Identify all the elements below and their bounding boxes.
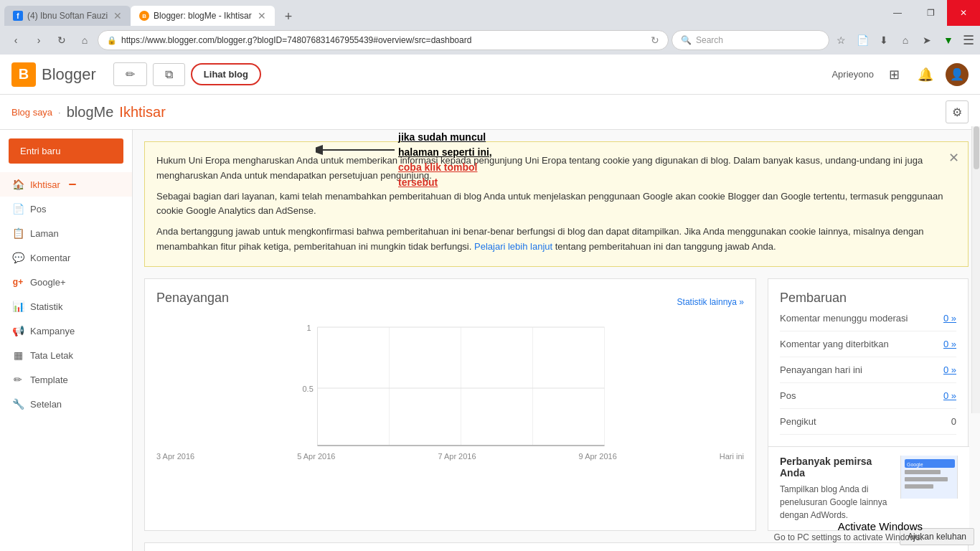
download-icon[interactable]: ⬇ <box>875 32 892 49</box>
search-box[interactable]: 🔍 Search <box>672 30 829 50</box>
penayangan-title: Penayangan <box>156 291 229 306</box>
tab-close-facebook[interactable]: ✕ <box>113 10 122 22</box>
tab-label-facebook: (4) Ibnu Softan Fauzi <box>27 11 108 21</box>
penayangan-box: Penayangan Statistik lainnya » 1 0.5 <box>144 278 756 531</box>
pembaruan-val-2[interactable]: 0 » <box>943 364 956 375</box>
tab-facebook[interactable]: f (4) Ibnu Softan Fauzi ✕ <box>4 6 131 26</box>
settings-gear-button[interactable]: ⚙ <box>946 100 969 123</box>
svg-rect-14 <box>905 470 941 474</box>
cookie-notice: ✕ Hukum Uni Eropa mengharuskan Anda untu… <box>144 141 969 267</box>
cookie-notice-close[interactable]: ✕ <box>948 148 959 169</box>
sidebar-label-googleplus: Google+ <box>30 277 66 288</box>
chart-label-1: 5 Apr 2016 <box>297 452 335 461</box>
content-area: ✕ Hukum Uni Eropa mengharuskan Anda untu… <box>133 130 980 551</box>
tab-close-blogger[interactable]: ✕ <box>258 10 266 22</box>
setelan-icon: 🔧 <box>11 397 24 410</box>
user-name: Aprieyono <box>831 69 874 80</box>
sidebar-item-pos[interactable]: 📄 Pos <box>0 197 132 221</box>
notifications-icon[interactable]: 🔔 <box>914 63 937 86</box>
svg-rect-15 <box>905 477 948 481</box>
tab-blogger[interactable]: B Blogger: blogMe - Ikhtisar ✕ <box>131 6 275 26</box>
news-section: Berita dari Blogger Lainnya » Best pract… <box>144 542 969 551</box>
scrollbar[interactable] <box>971 130 980 413</box>
pembaruan-val-0[interactable]: 0 » <box>943 313 956 324</box>
topbar-actions: ✏ ⧉ Lihat blog <box>113 62 261 86</box>
adwords-title: Perbanyak pemirsa Anda <box>780 456 892 479</box>
statistik-lainnya-link[interactable]: Statistik lainnya » <box>677 297 744 307</box>
sidebar-item-ikhtisar[interactable]: 🏠 Ikhtisar <box>0 172 132 197</box>
blogger-topbar: B Blogger ✏ ⧉ Lihat blog jika sudah munc… <box>0 55 980 95</box>
adwords-text: Perbanyak pemirsa Anda Tampilkan blog An… <box>780 456 892 522</box>
back-button[interactable]: ‹ <box>6 30 26 50</box>
cookie-para3-after: tentang pemberitahuan ini dan tanggung j… <box>555 241 776 252</box>
copy-button[interactable]: ⧉ <box>153 63 185 86</box>
cookie-learn-more-link[interactable]: Pelajari lebih lanjut <box>474 241 552 252</box>
tab-label-blogger: Blogger: blogMe - Ikhtisar <box>154 11 252 21</box>
browser-menu-button[interactable]: ☰ <box>963 32 974 48</box>
home-button[interactable]: ⌂ <box>75 30 95 50</box>
pembaruan-label-0: Komentar menunggu moderasi <box>780 313 908 324</box>
template-icon: ✏ <box>11 373 24 386</box>
sidebar-item-komentar[interactable]: 💬 Komentar <box>0 245 132 270</box>
komentar-icon: 💬 <box>11 251 24 264</box>
fb-favicon: f <box>13 11 23 21</box>
sidebar-item-kampanye[interactable]: 📢 Kampanye <box>0 319 132 343</box>
url-text: https://www.blogger.com/blogger.g?blogID… <box>121 35 646 45</box>
close-window-button[interactable]: ✕ <box>947 0 980 26</box>
blogger-logo-icon: B <box>11 62 36 87</box>
pembaruan-val-1[interactable]: 0 » <box>943 339 956 349</box>
browser-toolbar: ☆ 📄 ⬇ ⌂ ➤ ▼ ☰ <box>832 32 974 49</box>
chart-area: 1 0.5 <box>156 320 744 449</box>
main-layout: Entri baru 🏠 Ikhtisar 📄 Pos 📋 Laman 💬 Ko… <box>0 130 980 551</box>
kampanye-icon: 📢 <box>11 324 24 337</box>
adblock-icon[interactable]: ▼ <box>940 32 957 49</box>
maximize-button[interactable]: ❐ <box>914 0 947 26</box>
chart-labels: 3 Apr 2016 5 Apr 2016 7 Apr 2016 9 Apr 2… <box>156 452 744 461</box>
reader-icon[interactable]: 📄 <box>854 32 871 49</box>
forward-button[interactable]: › <box>29 30 49 50</box>
topbar-right: Aprieyono ⊞ 🔔 👤 <box>831 63 969 86</box>
url-reload-icon: ↻ <box>651 34 659 46</box>
adwords-box: Perbanyak pemirsa Anda Tampilkan blog An… <box>768 446 969 530</box>
page-content: B Blogger ✏ ⧉ Lihat blog jika sudah munc… <box>0 55 980 551</box>
pembaruan-val-3[interactable]: 0 » <box>943 390 956 401</box>
apps-icon[interactable]: ⊞ <box>882 63 905 86</box>
svg-rect-16 <box>905 484 933 489</box>
new-post-button[interactable]: Entri baru <box>9 138 123 164</box>
address-bar: ‹ › ↻ ⌂ 🔒 https://www.blogger.com/blogge… <box>0 26 980 55</box>
star-icon[interactable]: ☆ <box>832 32 849 49</box>
reload-button[interactable]: ↻ <box>52 30 72 50</box>
new-tab-button[interactable]: + <box>281 8 297 26</box>
minimize-button[interactable]: — <box>881 0 914 26</box>
url-input[interactable]: 🔒 https://www.blogger.com/blogger.g?blog… <box>98 30 669 50</box>
pembaruan-row-1: Komentar yang diterbitkan 0 » <box>780 331 956 357</box>
pembaruan-label-1: Komentar yang diterbitkan <box>780 339 889 349</box>
arrow-icon[interactable]: ➤ <box>918 32 936 49</box>
sidebar-item-statistik[interactable]: 📊 Statistik <box>0 294 132 319</box>
sidebar-item-setelan[interactable]: 🔧 Setelan <box>0 392 132 416</box>
sidebar-item-laman[interactable]: 📋 Laman <box>0 221 132 245</box>
lihat-blog-button[interactable]: Lihat blog <box>191 63 261 85</box>
blog-saya-link[interactable]: Blog saya <box>11 107 52 118</box>
chart-label-2: 7 Apr 2016 <box>438 452 476 461</box>
chart-label-4: Hari ini <box>720 452 744 461</box>
adwords-thumbnail: Google <box>901 456 957 499</box>
blog-header: Blog saya · blogMe Ikhtisar ⚙ <box>0 95 980 130</box>
user-avatar[interactable]: 👤 <box>946 63 969 86</box>
sidebar-label-statistik: Statistik <box>30 301 63 312</box>
scrollbar-thumb[interactable] <box>974 130 979 169</box>
lock-icon: 🔒 <box>107 36 117 45</box>
statistik-icon: 📊 <box>11 300 24 313</box>
activate-windows-watermark: Activate Windows Go to PC settings to ac… <box>774 520 923 542</box>
sidebar-item-tata-letak[interactable]: ▦ Tata Letak <box>0 343 132 367</box>
pembaruan-title: Pembaruan <box>780 291 847 305</box>
sidebar-label-template: Template <box>30 375 68 385</box>
sidebar-item-template[interactable]: ✏ Template <box>0 367 132 392</box>
pos-icon: 📄 <box>11 202 24 215</box>
pencil-button[interactable]: ✏ <box>113 62 147 86</box>
home-icon2[interactable]: ⌂ <box>897 32 914 49</box>
activate-windows-title: Activate Windows <box>774 520 923 532</box>
svg-text:0.5: 0.5 <box>303 385 314 393</box>
sidebar-item-googleplus[interactable]: g+ Google+ <box>0 270 132 294</box>
stats-section: Penayangan Statistik lainnya » 1 0.5 <box>144 278 969 531</box>
